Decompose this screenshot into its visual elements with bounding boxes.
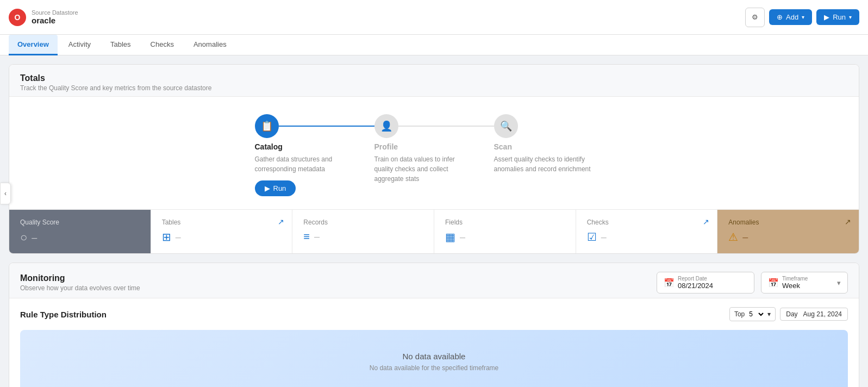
- profile-body: Profile Train on data values to infer qu…: [374, 138, 472, 184]
- profile-step-header: 👤: [374, 114, 494, 138]
- tab-activity[interactable]: Activity: [60, 35, 99, 55]
- records-dash: –: [314, 231, 320, 242]
- top-select-input[interactable]: 3 5 10: [747, 310, 765, 319]
- tab-checks[interactable]: Checks: [142, 35, 183, 55]
- tab-overview[interactable]: Overview: [9, 35, 58, 55]
- profile-desc: Train on data values to infer quality ch…: [374, 154, 472, 184]
- catalog-run-play-icon: ▶: [265, 184, 270, 192]
- scan-name: Scan: [494, 142, 592, 151]
- distribution-header: Rule Type Distribution Top 3 5 10 ▾ Day …: [20, 307, 848, 321]
- scan-step-header: 🔍: [494, 114, 614, 138]
- run-label: Run: [833, 13, 846, 21]
- scan-icon: 🔍: [500, 120, 512, 132]
- header-right: ⚙ ⊕ Add ▾ ▶ Run ▾: [745, 8, 859, 27]
- pipeline-step-scan: 🔍 Scan Assert quality checks to identify…: [494, 114, 614, 174]
- tables-label: Tables: [162, 219, 282, 226]
- no-data-box: No data available No data available for …: [20, 330, 848, 387]
- totals-title: Totals: [20, 73, 848, 83]
- source-label: Source Datastore: [32, 9, 78, 16]
- profile-line: [398, 126, 494, 127]
- quality-score-label: Quality Score: [20, 219, 140, 226]
- header-left: O Source Datastore oracle: [9, 9, 78, 26]
- logo: O: [9, 9, 26, 26]
- back-chevron-icon: ‹: [4, 190, 7, 197]
- totals-section: Totals Track the Quality Score and key m…: [9, 64, 859, 254]
- monitoring-section: Monitoring Observe how your data evolves…: [9, 263, 859, 387]
- scan-body: Scan Assert quality checks to identify a…: [494, 138, 592, 174]
- back-arrow-button[interactable]: ‹: [0, 183, 11, 204]
- day-label: Day: [786, 310, 797, 318]
- timeframe-label: Timeframe: [782, 276, 808, 282]
- tab-tables[interactable]: Tables: [102, 35, 140, 55]
- timeframe-value: Week: [782, 282, 808, 290]
- checks-icon: ☑: [587, 230, 597, 244]
- report-date-label: Report Date: [678, 276, 713, 282]
- header-title-group: Source Datastore oracle: [32, 9, 78, 25]
- fields-icon: ▦: [445, 230, 455, 244]
- tables-dash: –: [176, 232, 181, 243]
- no-data-title: No data available: [42, 352, 826, 361]
- report-date-control[interactable]: 📅 Report Date 08/21/2024: [657, 272, 754, 294]
- records-value-row: ≡ –: [303, 230, 423, 243]
- run-button[interactable]: ▶ Run ▾: [816, 9, 859, 25]
- anomalies-icon: ⚠: [728, 230, 738, 244]
- monitoring-header: Monitoring Observe how your data evolves…: [9, 263, 859, 298]
- checks-arrow-icon[interactable]: ↗: [703, 217, 709, 226]
- totals-header: Totals Track the Quality Score and key m…: [9, 65, 859, 97]
- catalog-desc: Gather data structures and corresponding…: [255, 154, 353, 174]
- scan-circle: 🔍: [494, 114, 518, 138]
- anomalies-value-row: ⚠ –: [728, 230, 848, 244]
- monitoring-title-group: Monitoring Observe how your data evolves…: [20, 273, 140, 292]
- checks-label: Checks: [587, 219, 707, 226]
- distribution-controls: Top 3 5 10 ▾ Day Aug 21, 2024: [729, 307, 848, 321]
- monitoring-controls: 📅 Report Date 08/21/2024 📅 Timeframe Wee…: [657, 272, 848, 294]
- metrics-row: Quality Score ○ – Tables ↗ ⊞ –: [9, 209, 859, 253]
- profile-icon: 👤: [380, 120, 392, 132]
- tab-anomalies[interactable]: Anomalies: [185, 35, 235, 55]
- top-select[interactable]: Top 3 5 10 ▾: [729, 307, 776, 321]
- plus-icon: ⊕: [777, 13, 783, 21]
- main-content: Totals Track the Quality Score and key m…: [0, 55, 868, 387]
- catalog-run-label: Run: [273, 184, 286, 192]
- datastore-name: oracle: [32, 16, 78, 25]
- add-button[interactable]: ⊕ Add ▾: [769, 9, 812, 25]
- timeframe-control[interactable]: 📅 Timeframe Week ▾: [761, 272, 848, 294]
- nav-tabs: Overview Activity Tables Checks Anomalie…: [0, 35, 868, 55]
- report-date-inner: Report Date 08/21/2024: [678, 276, 713, 290]
- add-label: Add: [786, 13, 798, 21]
- pipeline-step-catalog: 📋 Catalog Gather data structures and cor…: [255, 114, 374, 196]
- checks-metric-card: Checks ↗ ☑ –: [576, 210, 718, 253]
- quality-score-value-row: ○ –: [20, 230, 140, 245]
- monitoring-subtitle: Observe how your data evolves over time: [20, 284, 140, 292]
- anomalies-dash: –: [742, 232, 748, 243]
- quality-score-icon: ○: [20, 230, 27, 245]
- checks-value-row: ☑ –: [587, 230, 707, 244]
- distribution-section: Rule Type Distribution Top 3 5 10 ▾ Day …: [9, 298, 859, 387]
- profile-name: Profile: [374, 142, 472, 151]
- catalog-name: Catalog: [255, 142, 353, 151]
- gear-icon: ⚙: [752, 13, 758, 21]
- quality-score-card: Quality Score ○ –: [9, 210, 151, 253]
- catalog-step-header: 📋: [255, 114, 374, 138]
- tables-metric-card: Tables ↗ ⊞ –: [151, 210, 293, 253]
- run-chevron-icon: ▾: [849, 14, 852, 20]
- timeframe-inner: Timeframe Week: [782, 276, 808, 290]
- anomalies-arrow-icon[interactable]: ↗: [845, 217, 851, 226]
- anomalies-label: Anomalies: [728, 219, 848, 226]
- header: O Source Datastore oracle ⚙ ⊕ Add ▾ ▶ Ru…: [0, 0, 868, 35]
- tables-arrow-icon[interactable]: ↗: [278, 217, 284, 226]
- catalog-run-button[interactable]: ▶ Run: [255, 180, 296, 196]
- fields-metric-card: Fields ▦ –: [434, 210, 576, 253]
- scan-desc: Assert quality checks to identify anomal…: [494, 154, 592, 174]
- pipeline-container: 📋 Catalog Gather data structures and cor…: [9, 97, 859, 209]
- settings-button[interactable]: ⚙: [745, 8, 765, 27]
- catalog-line: [279, 126, 374, 127]
- distribution-title: Rule Type Distribution: [20, 310, 107, 319]
- tables-value-row: ⊞ –: [162, 230, 282, 244]
- checks-dash: –: [601, 232, 607, 243]
- profile-circle: 👤: [374, 114, 398, 138]
- catalog-circle: 📋: [255, 114, 279, 138]
- tables-icon: ⊞: [162, 230, 171, 244]
- timeframe-chevron-icon: ▾: [837, 279, 841, 287]
- quality-score-dash: –: [32, 232, 37, 244]
